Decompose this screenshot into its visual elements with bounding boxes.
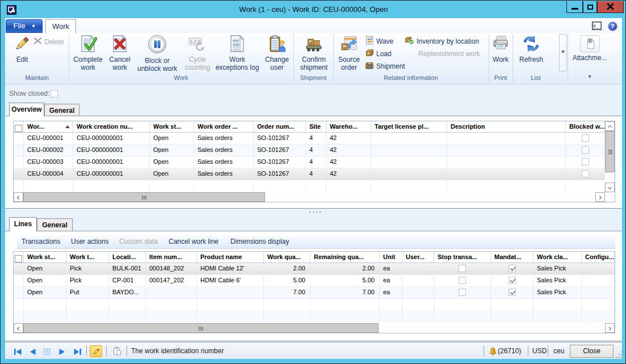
overview-horizontal-scrollbar-right-button[interactable]	[595, 192, 605, 202]
column-header-3[interactable]: Item num...	[146, 252, 197, 263]
grid-cell[interactable]: Open	[24, 275, 66, 286]
show-closed-checkbox[interactable]	[51, 90, 58, 98]
grid-cell[interactable]: 4	[306, 156, 326, 168]
table-row[interactable]: CEU-000001CEU-000000001OpenSales ordersS…	[14, 133, 615, 145]
grid-cell[interactable]: Sales orders	[194, 145, 254, 156]
column-header-11[interactable]: Work cla...	[533, 252, 582, 263]
title-bar[interactable]: Work (1 - ceu) - Work ID: CEU-000004, Op…	[1, 1, 626, 18]
grid-cell[interactable]: 5.00	[264, 275, 310, 286]
lines-horizontal-scrollbar-right-button[interactable]	[605, 323, 615, 333]
column-header-10[interactable]: Mandat...	[491, 252, 533, 263]
grid-cell[interactable]: 000147_202	[146, 275, 197, 286]
grid-cell[interactable]: ea	[380, 275, 402, 286]
grid-cell[interactable]: Sales Pick	[533, 287, 582, 298]
grid-cell[interactable]: CEU-000000001	[73, 168, 150, 180]
grid-cell[interactable]	[582, 263, 615, 274]
grid-cell-stop[interactable]	[434, 275, 491, 286]
blocked-checkbox[interactable]	[582, 146, 589, 154]
grid-cell[interactable]: 42	[326, 133, 371, 144]
grid-cell[interactable]: 7.00	[264, 287, 310, 298]
notifications-count[interactable]: (26710)	[498, 347, 521, 355]
overview-vertical-scrollbar-thumb[interactable]	[605, 131, 615, 172]
grid-cell[interactable]: CEU-000003	[24, 156, 73, 168]
table-row[interactable]: CEU-000002CEU-000000001OpenSales ordersS…	[14, 145, 615, 156]
grid-cell[interactable]	[146, 287, 197, 298]
grid-cell[interactable]	[402, 287, 434, 298]
grid-cell[interactable]: 7.00	[310, 287, 380, 298]
help-button[interactable]: ?	[608, 22, 617, 31]
grid-cell[interactable]: Sales orders	[194, 133, 254, 144]
grid-cell[interactable]	[197, 287, 264, 298]
grid-cell[interactable]: Put	[66, 287, 109, 298]
grid-cell[interactable]: 5.00	[310, 275, 380, 286]
column-header-4[interactable]: Product name	[197, 252, 264, 263]
grid-cell[interactable]	[447, 145, 566, 156]
grid-cell[interactable]: 42	[326, 168, 371, 180]
resize-grip[interactable]	[616, 350, 623, 364]
grid-cell[interactable]	[582, 287, 615, 298]
select-all-checkbox-cell[interactable]	[14, 121, 24, 132]
row-select-cell[interactable]	[14, 287, 24, 298]
company-field[interactable]: ceu	[553, 347, 564, 355]
grid-cell[interactable]	[371, 145, 447, 156]
grid-cell-blocked[interactable]	[566, 168, 605, 180]
column-header-0[interactable]: Wor...	[24, 121, 73, 132]
nav-last-record-button[interactable]	[73, 348, 82, 358]
grid-cell[interactable]: 4	[306, 168, 326, 180]
source-order-button[interactable]: Source order	[335, 35, 363, 72]
grid-cell[interactable]	[582, 275, 615, 286]
inventory-by-location-button[interactable]: Inventory by location	[405, 36, 479, 45]
grid-cell[interactable]: 2.00	[310, 263, 380, 274]
column-header-5[interactable]: Site	[306, 121, 326, 132]
grid-cell[interactable]: CEU-000000001	[73, 156, 150, 168]
column-header-5[interactable]: Work qua...	[264, 252, 310, 263]
grid-cell[interactable]: Open	[150, 168, 194, 180]
action-cancel-work-line[interactable]: Cancel work line	[169, 238, 219, 246]
row-select-cell[interactable]	[14, 133, 24, 144]
blocked-checkbox[interactable]	[582, 158, 589, 166]
column-header-6[interactable]: Wareho...	[326, 121, 371, 132]
block-or-unblock-work-button[interactable]: Block or unblock work	[135, 35, 180, 72]
overview-horizontal-scrollbar[interactable]	[14, 192, 605, 202]
column-header-1[interactable]: Work t...	[66, 252, 109, 263]
grid-cell[interactable]: Open	[150, 145, 194, 156]
grid-cell[interactable]: 4	[306, 145, 326, 156]
blocked-checkbox[interactable]	[582, 170, 589, 177]
grid-cell[interactable]: 42	[326, 156, 371, 168]
blocked-checkbox[interactable]	[582, 134, 589, 142]
table-row[interactable]: OpenPutBAYDO...7.007.00eaSales Pick	[14, 287, 615, 299]
ribbon-overflow-button[interactable]: »	[559, 34, 567, 71]
grid-cell[interactable]	[447, 133, 566, 144]
pane-splitter[interactable]	[309, 211, 324, 214]
column-header-3[interactable]: Work order ...	[194, 121, 254, 132]
paste-button[interactable]	[113, 346, 121, 358]
grid-cell-blocked[interactable]	[566, 145, 605, 156]
grid-cell-blocked[interactable]	[566, 133, 605, 144]
column-header-8[interactable]: Description	[447, 121, 566, 132]
tab-general-upper[interactable]: General	[44, 104, 79, 116]
confirm-shipment-button[interactable]: Confirm shipment	[296, 35, 332, 72]
row-select-cell[interactable]	[14, 263, 24, 274]
select-all-checkbox[interactable]	[15, 255, 22, 263]
lines-horizontal-scrollbar-thumb[interactable]	[23, 323, 379, 333]
complete-work-button[interactable]: Complete work	[70, 35, 106, 72]
grid-cell[interactable]: CEU-000002	[24, 145, 73, 156]
edit-mode-button[interactable]	[90, 345, 102, 357]
column-header-4[interactable]: Order num...	[254, 121, 306, 132]
row-select-cell[interactable]	[14, 156, 24, 168]
grid-cell[interactable]: Open	[150, 156, 194, 168]
select-all-checkbox-cell[interactable]	[14, 252, 24, 263]
overview-vertical-scrollbar[interactable]	[605, 121, 615, 192]
action-dimensions-display[interactable]: Dimensions display	[230, 238, 289, 246]
grid-cell[interactable]: HDMI Cable 12'	[197, 263, 264, 274]
nav-next-record-button[interactable]	[58, 348, 66, 358]
attachments-button[interactable]	[580, 35, 600, 52]
grid-cell[interactable]: Pick	[66, 275, 109, 286]
stop-transaction-checkbox[interactable]	[459, 277, 466, 284]
action-transactions[interactable]: Transactions	[22, 238, 60, 246]
grid-cell[interactable]: HDMI Cable 6'	[197, 275, 264, 286]
column-header-1[interactable]: Work creation nu...	[73, 121, 150, 132]
file-menu-button[interactable]: File▾	[6, 19, 43, 33]
mandatory-checkbox[interactable]	[509, 265, 516, 272]
toggle-panel-button[interactable]	[592, 22, 602, 31]
